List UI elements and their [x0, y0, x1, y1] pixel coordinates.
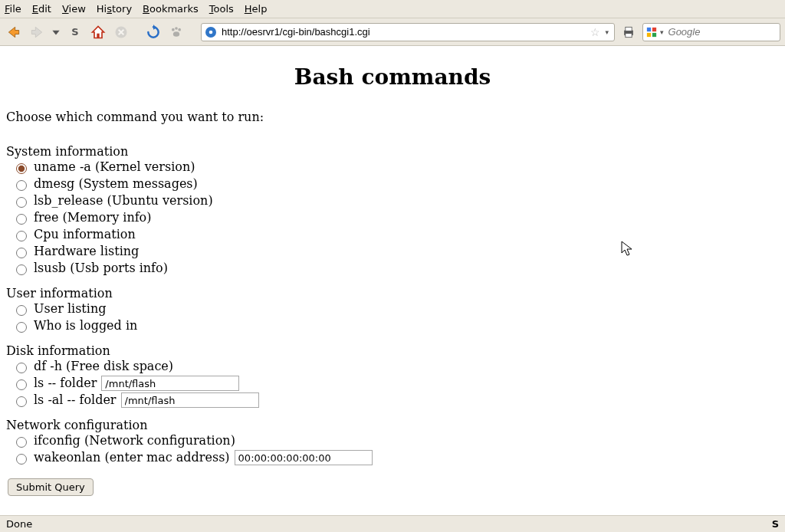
status-right: S	[772, 518, 779, 530]
option-who[interactable]: Who is logged in	[6, 317, 779, 334]
option-label: User listing	[34, 301, 106, 317]
option-label: wakeonlan (enter mac address)	[34, 450, 230, 465]
radio-free[interactable]	[16, 214, 27, 225]
stop-button[interactable]	[112, 23, 130, 41]
option-uname[interactable]: uname -a (Kernel version)	[6, 159, 779, 176]
option-label: uname -a (Kernel version)	[34, 159, 195, 175]
option-label: Cpu information	[34, 227, 136, 242]
search-input[interactable]	[667, 25, 785, 38]
radio-lsusb[interactable]	[16, 264, 27, 275]
option-users[interactable]: User listing	[6, 300, 779, 317]
svg-rect-11	[647, 27, 651, 31]
radio-hw[interactable]	[16, 248, 27, 258]
menu-help[interactable]: Help	[245, 3, 268, 15]
option-label: lsusb (Usb ports info)	[34, 261, 168, 276]
forward-button[interactable]	[28, 23, 46, 41]
option-free[interactable]: free (Memory info)	[6, 209, 779, 226]
toolbar: S ☆ ▾ ▾	[0, 18, 785, 46]
option-lsb[interactable]: lsb_release (Ubuntu version)	[6, 192, 779, 209]
svg-rect-12	[652, 27, 656, 31]
scripts-icon[interactable]: S	[66, 23, 84, 41]
radio-dmesg[interactable]	[16, 180, 27, 191]
search-box[interactable]: ▾	[642, 23, 780, 41]
svg-point-2	[172, 28, 175, 31]
svg-point-5	[173, 31, 179, 37]
radio-who[interactable]	[16, 322, 27, 333]
bookmark-star-icon[interactable]: ☆	[590, 26, 600, 38]
url-bar[interactable]: ☆ ▾	[201, 23, 615, 41]
svg-point-7	[209, 30, 213, 34]
option-dmesg[interactable]: dmesg (System messages)	[6, 176, 779, 192]
section-userinfo-options: User listing Who is logged in	[6, 300, 779, 334]
option-label: df -h (Free disk space)	[34, 359, 173, 374]
option-lsusb[interactable]: lsusb (Usb ports info)	[6, 260, 779, 277]
menu-history[interactable]: History	[97, 3, 132, 15]
page-content: Bash commands Choose which command you w…	[0, 46, 785, 514]
svg-rect-14	[652, 32, 656, 36]
submit-button[interactable]: Submit Query	[8, 478, 94, 496]
wol-mac-input[interactable]	[235, 450, 373, 465]
google-icon	[646, 27, 657, 38]
radio-ls[interactable]	[16, 379, 27, 390]
svg-rect-13	[647, 32, 651, 36]
lsal-folder-input[interactable]	[121, 392, 259, 408]
option-lsal[interactable]: ls -al -- folder	[6, 392, 779, 409]
radio-lsb[interactable]	[16, 197, 27, 208]
menu-file[interactable]: File	[5, 3, 21, 15]
radio-cpu[interactable]	[16, 231, 27, 241]
radio-lsal[interactable]	[16, 396, 27, 407]
paw-icon[interactable]	[167, 23, 186, 41]
option-label: free (Memory info)	[34, 210, 151, 225]
option-label: ls -al -- folder	[34, 392, 117, 408]
option-ifconfig[interactable]: ifconfig (Network configuration)	[6, 432, 779, 449]
status-left: Done	[6, 518, 32, 530]
radio-uname[interactable]	[16, 163, 27, 174]
option-df[interactable]: df -h (Free disk space)	[6, 358, 779, 375]
svg-rect-10	[626, 33, 632, 37]
radio-df[interactable]	[16, 363, 27, 373]
menu-view[interactable]: View	[62, 3, 86, 15]
reload-button[interactable]	[144, 23, 163, 41]
option-label: dmesg (System messages)	[34, 176, 198, 192]
radio-ifconfig[interactable]	[16, 437, 27, 448]
status-bar: Done S	[0, 515, 785, 532]
back-button[interactable]	[5, 23, 23, 41]
option-cpu[interactable]: Cpu information	[6, 226, 779, 243]
recent-dropdown[interactable]	[51, 23, 61, 41]
svg-point-3	[175, 27, 178, 30]
section-systeminfo-label: System information	[6, 144, 779, 159]
option-ls[interactable]: ls -- folder	[6, 375, 779, 392]
svg-rect-9	[626, 27, 632, 31]
ls-folder-input[interactable]	[101, 376, 239, 391]
url-dropdown-icon[interactable]: ▾	[603, 28, 611, 36]
menu-tools[interactable]: Tools	[209, 3, 234, 15]
option-hw[interactable]: Hardware listing	[6, 243, 779, 260]
section-diskinfo-label: Disk information	[6, 343, 779, 358]
menu-edit[interactable]: Edit	[32, 3, 51, 15]
url-input[interactable]	[220, 25, 587, 38]
svg-rect-0	[97, 33, 99, 38]
option-wol[interactable]: wakeonlan (enter mac address)	[6, 449, 779, 466]
option-label: Who is logged in	[34, 318, 137, 333]
menu-bar: File Edit View History Bookmarks Tools H…	[0, 0, 785, 18]
radio-users[interactable]	[16, 305, 27, 316]
section-userinfo-label: User information	[6, 286, 779, 300]
page-title: Bash commands	[6, 64, 779, 90]
print-button[interactable]	[619, 23, 638, 41]
option-label: Hardware listing	[34, 244, 139, 259]
page-prompt: Choose which command you want to run:	[6, 110, 779, 124]
search-engine-dropdown-icon[interactable]: ▾	[660, 28, 664, 36]
radio-wol[interactable]	[16, 454, 27, 465]
section-netconf-options: ifconfig (Network configuration) wakeonl…	[6, 432, 779, 466]
option-label: lsb_release (Ubuntu version)	[34, 193, 213, 209]
section-netconf-label: Network configuration	[6, 418, 779, 432]
favicon-icon	[205, 26, 217, 38]
option-label: ls -- folder	[34, 376, 97, 391]
home-button[interactable]	[89, 23, 107, 41]
svg-point-4	[178, 28, 181, 31]
menu-bookmarks[interactable]: Bookmarks	[143, 3, 199, 15]
section-diskinfo-options: df -h (Free disk space) ls -- folder ls …	[6, 358, 779, 409]
option-label: ifconfig (Network configuration)	[34, 433, 235, 448]
section-systeminfo-options: uname -a (Kernel version) dmesg (System …	[6, 159, 779, 277]
